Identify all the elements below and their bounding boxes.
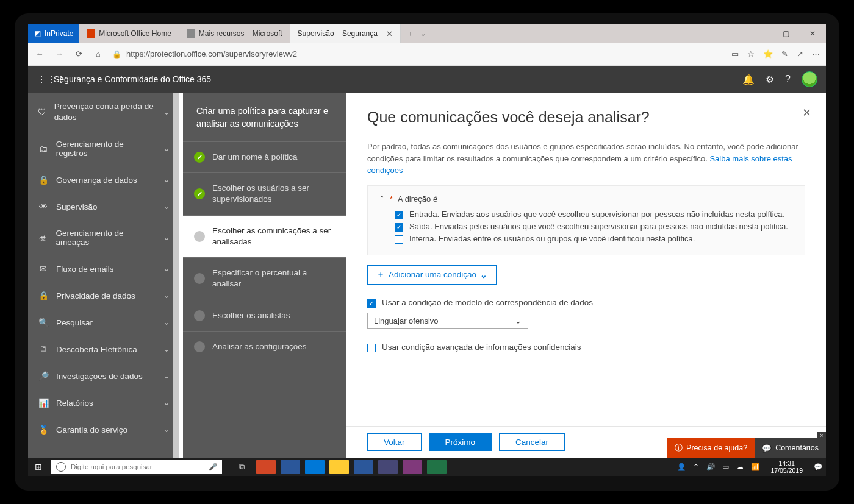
checkbox-unchecked-icon[interactable] [395, 235, 403, 244]
sidebar-item-3[interactable]: 👁Supervisão⌄ [28, 193, 179, 220]
share-icon[interactable]: ↗ [797, 49, 803, 59]
direction-option-1[interactable]: Saída. Enviadas pelos usuários que você … [395, 222, 794, 232]
sidebar-item-icon: 👁 [38, 202, 49, 211]
new-tab-area: ＋ ⌄ [401, 24, 432, 43]
use-template-checkbox-row[interactable]: Usar a condição de modelo de correspondê… [367, 298, 805, 308]
new-tab-button[interactable]: ＋ [407, 29, 414, 39]
sidebar-item-6[interactable]: 🔒Privacidade de dados⌄ [28, 282, 179, 309]
people-icon[interactable]: 👤 [677, 463, 686, 471]
sidebar-item-0[interactable]: 🛡Prevenção contra perda de dados⌄ [28, 93, 179, 131]
panel-close-button[interactable]: ✕ [802, 106, 811, 119]
checkbox-unchecked-icon[interactable] [367, 344, 376, 352]
chevron-down-icon: ⌄ [480, 270, 487, 280]
more-icon[interactable]: ⋯ [812, 49, 820, 59]
checkbox-checked-icon[interactable] [367, 299, 376, 308]
volume-icon[interactable]: 🔊 [706, 463, 715, 471]
onenote-icon[interactable] [403, 460, 422, 474]
sidebar-item-icon: ✉ [38, 264, 49, 274]
file-explorer-icon[interactable] [329, 460, 349, 474]
home-button[interactable]: ⌂ [93, 49, 104, 59]
search-placeholder: Digite aqui para pesquisar [71, 463, 152, 470]
step-label: Escolher as comunicações a ser analisada… [212, 225, 336, 247]
powerpoint-icon[interactable] [256, 460, 276, 474]
sidebar-item-8[interactable]: 🖥Descoberta Eletrônica⌄ [28, 336, 179, 363]
back-button[interactable]: Voltar [367, 433, 422, 451]
browser-tab-supervisao[interactable]: Supervisão – Segurança ✕ [290, 24, 401, 43]
word-icon[interactable] [354, 460, 373, 474]
tray-chevron-icon[interactable]: ⌃ [693, 463, 699, 471]
browser-tab-mais-recursos[interactable]: Mais recursos – Microsoft [179, 24, 290, 43]
window-minimize-button[interactable]: — [745, 24, 772, 43]
sidebar-item-2[interactable]: 🔒Governança de dados⌄ [28, 166, 179, 193]
tab-overflow-icon[interactable]: ⌄ [420, 30, 426, 38]
wizard-step-1[interactable]: Escolher os usuários a ser supervisionad… [183, 172, 346, 215]
sidebar-item-11[interactable]: 🏅Garantia do serviço⌄ [28, 416, 179, 443]
sidebar-item-9[interactable]: 🔎Investigações de dados⌄ [28, 363, 179, 389]
sidebar-item-icon: 🖥 [38, 344, 49, 354]
sidebar-item-4[interactable]: ☣Gerenciamento de ameaças⌄ [28, 220, 179, 255]
window-maximize-button[interactable]: ▢ [772, 24, 799, 43]
help-icon[interactable]: ? [785, 74, 791, 85]
reading-view-icon[interactable]: ▭ [731, 49, 739, 59]
next-button[interactable]: Próximo [429, 433, 492, 451]
battery-icon[interactable]: ▭ [722, 463, 729, 471]
left-sidebar: 🛡Prevenção contra perda de dados⌄🗂Gerenc… [28, 93, 179, 458]
wizard-step-2[interactable]: Escolher as comunicações a ser analisada… [183, 215, 346, 257]
wizard-step-5[interactable]: Analisar as configurações [183, 331, 346, 362]
sidebar-scrollbar[interactable] [173, 93, 179, 458]
taskbar-search-input[interactable]: Digite aqui para pesquisar 🎤 [51, 460, 222, 474]
direction-option-2[interactable]: Interna. Enviadas entre os usuários ou g… [395, 234, 794, 244]
wizard-step-0[interactable]: Dar um nome à política [183, 141, 346, 172]
network-icon[interactable]: 📶 [751, 463, 759, 471]
nav-forward-button[interactable]: → [54, 49, 65, 59]
task-view-icon[interactable]: ⧉ [232, 460, 251, 474]
clock-date: 17/05/2019 [770, 467, 803, 474]
comments-button[interactable]: ✕ 💬 Comentários [755, 438, 826, 458]
cancel-button[interactable]: Cancelar [499, 433, 565, 451]
taskbar-clock[interactable]: 14:31 17/05/2019 [767, 460, 806, 474]
favorite-star-icon[interactable]: ☆ [747, 49, 755, 59]
sidebar-item-1[interactable]: 🗂Gerenciamento de registros⌄ [28, 131, 179, 166]
checkbox-checked-icon[interactable] [395, 223, 403, 232]
checkbox-checked-icon[interactable] [395, 211, 403, 219]
use-advanced-label: Usar condição avançada de informações co… [382, 343, 581, 352]
inprivate-icon: ◩ [34, 29, 41, 38]
window-close-button[interactable]: ✕ [799, 24, 826, 43]
notifications-icon[interactable]: 🔔 [742, 74, 755, 85]
sidebar-item-5[interactable]: ✉Fluxo de emails⌄ [28, 255, 179, 282]
action-center-icon[interactable]: 💬 [814, 463, 822, 471]
app-launcher-icon[interactable]: ⋮⋮⋮ [37, 74, 54, 85]
wizard-step-3[interactable]: Especificar o percentual a analisar [183, 257, 346, 299]
browser-tab-office-home[interactable]: Microsoft Office Home [79, 24, 179, 43]
sidebar-item-label: Supervisão [56, 202, 98, 211]
refresh-button[interactable]: ⟳ [73, 49, 84, 59]
browser-address-bar: ← → ⟳ ⌂ 🔒 https://protection.office.com/… [28, 43, 826, 66]
close-help-icon[interactable]: ✕ [817, 432, 826, 439]
wizard-step-4[interactable]: Escolher os analistas [183, 300, 346, 331]
sidebar-item-10[interactable]: 📊Relatórios⌄ [28, 389, 179, 416]
teams-icon[interactable] [378, 460, 398, 474]
need-help-button[interactable]: ⓘ Precisa de ajuda? [667, 438, 755, 458]
notes-icon[interactable]: ✎ [781, 49, 788, 59]
template-select[interactable]: Linguajar ofensivo ⌄ [367, 313, 528, 329]
step-label: Escolher os analistas [212, 310, 290, 321]
app-icon[interactable] [281, 460, 300, 474]
chevron-down-icon: ⌄ [163, 108, 170, 116]
url-field[interactable]: 🔒 https://protection.office.com/supervis… [112, 49, 723, 59]
direction-option-0[interactable]: Entrada. Enviadas aos usuários que você … [395, 210, 794, 219]
excel-icon[interactable] [427, 460, 447, 474]
sidebar-item-7[interactable]: 🔍Pesquisar⌄ [28, 309, 179, 336]
add-condition-button[interactable]: ＋ Adicionar uma condição ⌄ [367, 265, 497, 285]
nav-back-button[interactable]: ← [34, 49, 45, 59]
close-tab-icon[interactable]: ✕ [386, 29, 393, 38]
start-button[interactable]: ⊞ [28, 462, 49, 472]
edge-icon[interactable] [305, 460, 325, 474]
collapse-chevron-icon[interactable]: ⌃ [379, 194, 385, 203]
use-advanced-checkbox-row[interactable]: Usar condição avançada de informações co… [367, 343, 805, 352]
onedrive-icon[interactable]: ☁ [736, 463, 744, 471]
wizard-title: Criar uma política para capturar e anali… [183, 93, 346, 141]
user-avatar[interactable] [802, 71, 817, 87]
settings-gear-icon[interactable]: ⚙ [766, 74, 774, 85]
favorites-hub-icon[interactable]: ⭐ [763, 49, 773, 59]
mic-icon[interactable]: 🎤 [209, 463, 217, 471]
